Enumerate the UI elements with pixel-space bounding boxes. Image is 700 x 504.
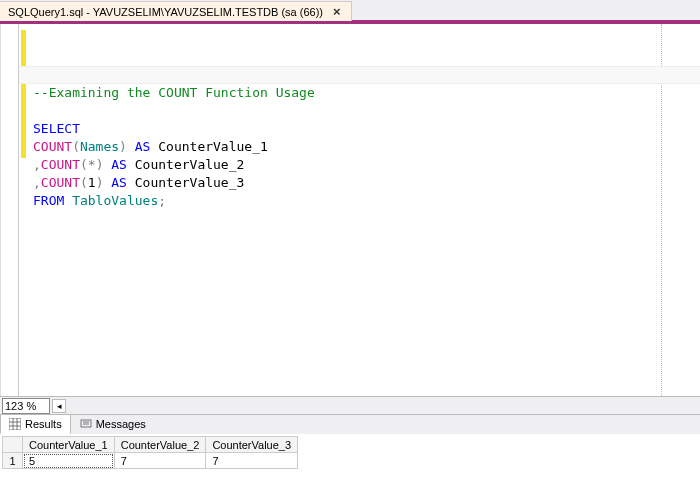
code-content: --Examining the COUNT Function Usage SEL… [33,84,700,210]
table-header-row: CounterValue_1 CounterValue_2 CounterVal… [3,437,298,453]
message-icon [80,418,92,430]
cell[interactable]: 5 [23,453,115,469]
current-line-highlight [19,66,700,84]
close-icon[interactable]: × [331,4,343,19]
paren: ( [80,157,88,172]
svg-rect-0 [9,418,21,430]
semicolon: ; [158,193,166,208]
table-name: TabloValues [64,193,158,208]
comma: , [33,175,41,190]
results-grid[interactable]: CounterValue_1 CounterValue_2 CounterVal… [0,434,700,504]
grid-icon [9,418,21,430]
col-names: Names [80,139,119,154]
col-header[interactable]: CounterValue_3 [206,437,298,453]
alias: CounterValue_3 [127,175,244,190]
kw-from: FROM [33,193,64,208]
zoom-bar: ◂ [0,396,700,414]
kw-count: COUNT [41,175,80,190]
paren: ( [72,139,80,154]
result-tabs: Results Messages [0,414,700,434]
sql-editor[interactable]: --Examining the COUNT Function Usage SEL… [0,24,700,396]
editor-gutter [1,24,19,396]
chevron-left-icon[interactable]: ◂ [52,399,66,413]
zoom-level-select[interactable] [2,398,50,414]
kw-as: AS [103,175,126,190]
kw-as: AS [103,157,126,172]
code-area[interactable]: --Examining the COUNT Function Usage SEL… [19,24,700,396]
alias: CounterValue_2 [127,157,244,172]
kw-count: COUNT [33,139,72,154]
results-table: CounterValue_1 CounterValue_2 CounterVal… [2,436,298,469]
tab-results[interactable]: Results [0,414,71,434]
file-tab[interactable]: SQLQuery1.sql - YAVUZSELIM\YAVUZSELIM.TE… [0,1,352,21]
kw-as: AS [127,139,150,154]
rownum-cell: 1 [3,453,23,469]
alias: CounterValue_1 [150,139,267,154]
star: * [88,157,96,172]
rownum-header [3,437,23,453]
comma: , [33,157,41,172]
sql-comment: --Examining the COUNT Function Usage [33,85,315,100]
paren: ( [80,175,88,190]
cell[interactable]: 7 [206,453,298,469]
tab-messages-label: Messages [96,418,146,430]
table-row[interactable]: 1 5 7 7 [3,453,298,469]
file-tab-label: SQLQuery1.sql - YAVUZSELIM\YAVUZSELIM.TE… [8,6,323,18]
literal-one: 1 [88,175,96,190]
paren: ) [119,139,127,154]
cell[interactable]: 7 [114,453,206,469]
tab-bar: SQLQuery1.sql - YAVUZSELIM\YAVUZSELIM.TE… [0,0,700,24]
col-header[interactable]: CounterValue_2 [114,437,206,453]
tab-results-label: Results [25,418,62,430]
tab-messages[interactable]: Messages [71,414,155,434]
kw-select: SELECT [33,121,80,136]
kw-count: COUNT [41,157,80,172]
col-header[interactable]: CounterValue_1 [23,437,115,453]
